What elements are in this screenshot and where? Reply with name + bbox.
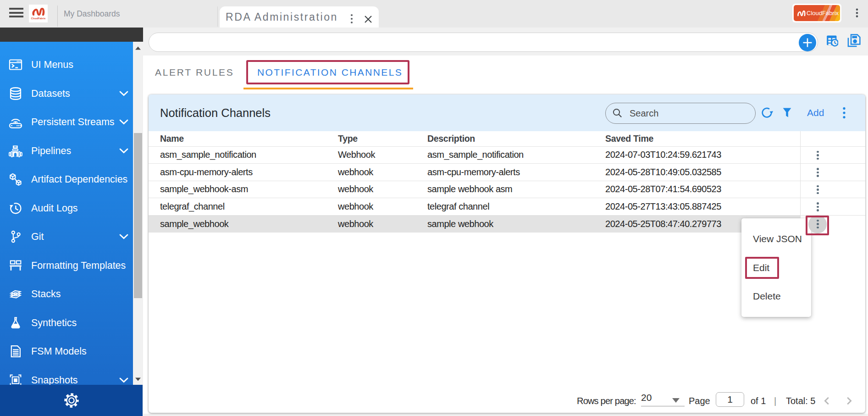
svg-text:CloudFabrix: CloudFabrix bbox=[31, 17, 45, 20]
